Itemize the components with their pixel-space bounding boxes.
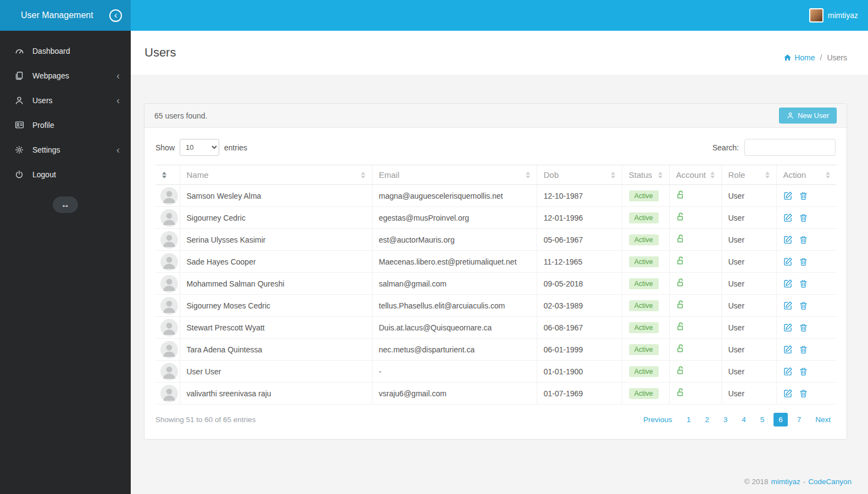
user-email: est@auctorMauris.org — [379, 235, 455, 244]
column-header-dob[interactable]: Dob — [537, 165, 622, 185]
edit-button[interactable] — [783, 235, 793, 244]
pagination-next[interactable]: Next — [810, 413, 836, 426]
row-avatar — [160, 275, 178, 293]
pagination-6[interactable]: 6 — [774, 413, 788, 426]
unlock-icon[interactable] — [676, 212, 685, 221]
person-silhouette-icon — [160, 297, 178, 315]
column-header-action[interactable]: Action — [776, 165, 837, 185]
unlock-icon[interactable] — [676, 234, 685, 243]
user-name: Serina Ulysses Kasimir — [187, 235, 266, 244]
user-dob: 02-03-1989 — [544, 301, 583, 310]
pagination: Previous1234567Next — [638, 413, 836, 426]
delete-button[interactable] — [799, 192, 808, 200]
delete-button[interactable] — [799, 367, 808, 376]
sidebar-item-dashboard[interactable]: Dashboard — [0, 38, 131, 63]
delete-button[interactable] — [799, 301, 808, 310]
users-table-head-row: Name Email Dob Status — [155, 165, 837, 185]
pagination-previous[interactable]: Previous — [638, 413, 677, 426]
table-row: User User - 01-01-1900 Active User — [155, 361, 837, 383]
pagination-7[interactable]: 7 — [792, 413, 806, 426]
row-avatar — [160, 253, 178, 271]
user-role: User — [728, 389, 745, 398]
unlock-icon[interactable] — [676, 256, 685, 265]
sidebar-item-settings[interactable]: Settings ‹ — [0, 137, 131, 162]
delete-button[interactable] — [799, 279, 808, 288]
person-silhouette-icon — [160, 319, 178, 336]
brand-area: User Management ‹ — [0, 0, 131, 31]
pagination-2[interactable]: 2 — [700, 413, 714, 426]
status-badge: Active — [629, 234, 659, 245]
edit-button[interactable] — [783, 389, 793, 398]
sidebar-item-profile[interactable]: Profile — [0, 113, 131, 137]
edit-button[interactable] — [783, 257, 793, 266]
unlock-icon[interactable] — [676, 278, 685, 287]
footer-separator: - — [803, 478, 806, 486]
breadcrumb-home-link[interactable]: Home — [783, 53, 815, 62]
sidebar-expand-button[interactable]: ↔ — [53, 197, 78, 213]
sidebar-collapse-button[interactable]: ‹ — [109, 9, 122, 22]
pagination-5[interactable]: 5 — [755, 413, 770, 426]
edit-button[interactable] — [783, 367, 793, 376]
breadcrumb-current: Users — [827, 53, 847, 62]
topbar-user-menu[interactable]: mimtiyaz — [809, 0, 868, 31]
delete-button[interactable] — [799, 235, 808, 244]
delete-button[interactable] — [799, 345, 808, 354]
sidebar-item-label: Users — [32, 96, 53, 105]
users-table: Name Email Dob Status — [155, 165, 837, 405]
column-header-email[interactable]: Email — [372, 165, 537, 185]
user-role: User — [728, 301, 745, 310]
sidebar-item-webpages[interactable]: Webpages ‹ — [0, 63, 131, 88]
user-email: - — [379, 367, 382, 376]
column-header-status[interactable]: Status — [622, 165, 669, 185]
delete-button[interactable] — [799, 323, 808, 332]
edit-button[interactable] — [783, 323, 793, 332]
person-silhouette-icon — [160, 363, 178, 380]
user-name: Tara Adena Quintessa — [187, 345, 263, 354]
delete-button[interactable] — [799, 257, 808, 266]
column-header-name[interactable]: Name — [180, 165, 372, 185]
unlock-icon[interactable] — [676, 344, 685, 353]
delete-button[interactable] — [799, 214, 808, 222]
edit-button[interactable] — [783, 213, 793, 222]
user-email: magna@auguescelerisquemollis.net — [379, 192, 503, 200]
column-header-role[interactable]: Role — [721, 165, 776, 185]
edit-button[interactable] — [783, 301, 793, 310]
row-avatar — [160, 231, 178, 249]
sidebar-item-logout[interactable]: Logout — [0, 162, 131, 187]
unlock-icon[interactable] — [676, 190, 685, 199]
codecanyon-link[interactable]: CodeCanyon — [808, 478, 852, 486]
topbar-username[interactable]: mimtiyaz — [828, 11, 858, 20]
author-link[interactable]: mimtiyaz — [771, 478, 800, 486]
table-row: valivarthi sreenivasa raju vsraju6@gmail… — [155, 383, 837, 405]
pagination-4[interactable]: 4 — [737, 413, 751, 426]
user-role: User — [728, 279, 745, 288]
edit-button[interactable] — [783, 191, 793, 200]
column-header-account[interactable]: Account — [669, 165, 721, 185]
chevron-left-icon: ‹ — [116, 96, 120, 105]
users-count-text: 65 users found. — [154, 111, 208, 120]
user-avatar[interactable] — [809, 8, 824, 23]
search-input[interactable] — [744, 139, 836, 156]
column-header-avatar[interactable] — [155, 165, 180, 185]
status-badge: Active — [629, 278, 659, 289]
users-table-body: Samson Wesley Alma magna@auguescelerisqu… — [155, 185, 837, 405]
sort-icon — [826, 172, 830, 178]
unlock-icon[interactable] — [676, 366, 685, 375]
user-dob: 06-08-1967 — [544, 323, 583, 332]
edit-button[interactable] — [783, 279, 793, 288]
new-user-button[interactable]: New User — [779, 108, 837, 124]
unlock-icon[interactable] — [676, 388, 685, 397]
sidebar-item-users[interactable]: Users ‹ — [0, 88, 131, 113]
app-title: User Management — [21, 10, 93, 20]
page-size-select[interactable]: 10 — [180, 139, 219, 156]
sort-icon — [526, 172, 530, 178]
topbar: User Management ‹ mimtiyaz — [0, 0, 868, 31]
showing-entries-text: Showing 51 to 60 of 65 entries — [155, 416, 255, 424]
pagination-1[interactable]: 1 — [682, 413, 696, 426]
delete-button[interactable] — [799, 389, 808, 398]
unlock-icon[interactable] — [676, 322, 685, 331]
unlock-icon[interactable] — [676, 300, 685, 309]
edit-button[interactable] — [783, 345, 793, 354]
status-badge: Active — [629, 212, 659, 223]
pagination-3[interactable]: 3 — [719, 413, 733, 426]
